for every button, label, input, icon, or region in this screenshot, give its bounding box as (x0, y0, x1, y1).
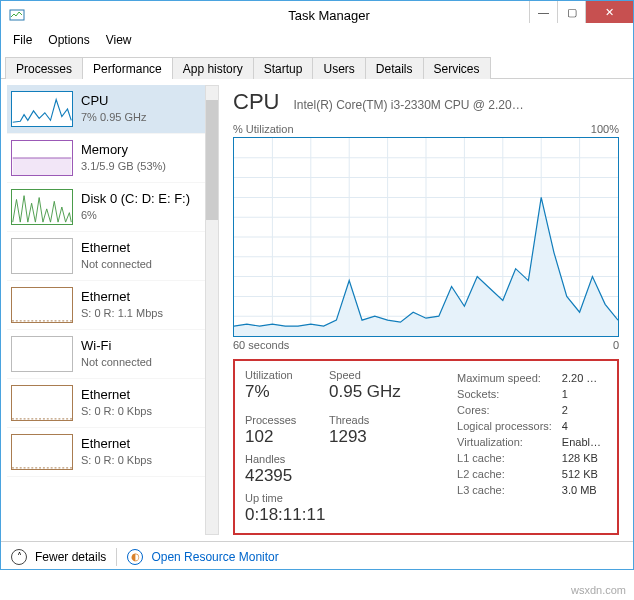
ethernet-thumb-icon (11, 385, 73, 421)
footer: ˄ Fewer details ◐ Open Resource Monitor (1, 541, 633, 571)
stats-box: Utilization 7% Speed 0.95 GHz Processes … (233, 359, 619, 535)
utilization-chart (233, 137, 619, 337)
sidebar-memory-sub: 3.1/5.9 GB (53%) (81, 159, 166, 173)
logical-value: 4 (558, 419, 605, 433)
handles-value: 42395 (245, 466, 311, 486)
l2-label: L2 cache: (453, 467, 556, 481)
watermark: wsxdn.com (571, 584, 626, 596)
menu-view[interactable]: View (98, 31, 140, 49)
logical-label: Logical processors: (453, 419, 556, 433)
maxspeed-value: 2.20 … (558, 371, 605, 385)
sidebar-item-cpu[interactable]: CPU 7% 0.95 GHz (7, 85, 219, 134)
l3-value: 3.0 MB (558, 483, 605, 497)
chart-bottom-labels: 60 seconds 0 (233, 339, 619, 351)
sidebar-eth0-title: Ethernet (81, 240, 152, 257)
processes-value: 102 (245, 427, 311, 447)
sidebar-eth3-sub: S: 0 R: 0 Kbps (81, 453, 152, 467)
uptime-value: 0:18:11:11 (245, 505, 431, 525)
sidebar-disk-sub: 6% (81, 208, 190, 222)
open-resource-monitor-link[interactable]: Open Resource Monitor (151, 550, 278, 564)
sidebar-cpu-title: CPU (81, 93, 146, 110)
sidebar-item-ethernet-2[interactable]: Ethernet S: 0 R: 0 Kbps (7, 379, 219, 428)
utilization-value: 7% (245, 382, 311, 402)
tab-services[interactable]: Services (423, 57, 491, 79)
l1-value: 128 KB (558, 451, 605, 465)
minimize-button[interactable]: — (529, 1, 557, 23)
uptime-label: Up time (245, 492, 431, 504)
app-icon (9, 7, 25, 23)
cpu-model: Intel(R) Core(TM) i3-2330M CPU @ 2.20… (293, 98, 619, 112)
processes-label: Processes (245, 414, 311, 426)
sidebar-disk-title: Disk 0 (C: D: E: F:) (81, 191, 190, 208)
sidebar-item-ethernet-1[interactable]: Ethernet S: 0 R: 1.1 Mbps (7, 281, 219, 330)
menu-file[interactable]: File (5, 31, 40, 49)
disk-thumb-icon (11, 189, 73, 225)
menu-options[interactable]: Options (40, 31, 97, 49)
page-title: CPU (233, 89, 279, 115)
window-buttons: — ▢ ✕ (529, 1, 633, 23)
stats-right: Maximum speed:2.20 … Sockets:1 Cores:2 L… (451, 369, 607, 525)
main-panel: CPU Intel(R) Core(TM) i3-2330M CPU @ 2.2… (219, 79, 633, 541)
speed-value: 0.95 GHz (329, 382, 419, 402)
sidebar-item-memory[interactable]: Memory 3.1/5.9 GB (53%) (7, 134, 219, 183)
ethernet-thumb-icon (11, 238, 73, 274)
threads-label: Threads (329, 414, 395, 426)
resource-monitor-icon[interactable]: ◐ (127, 549, 143, 565)
sidebar-item-ethernet-3[interactable]: Ethernet S: 0 R: 0 Kbps (7, 428, 219, 477)
virt-label: Virtualization: (453, 435, 556, 449)
sidebar-wifi-sub: Not connected (81, 355, 152, 369)
content-area: CPU 7% 0.95 GHz Memory 3.1/5.9 GB (53%) (1, 79, 633, 541)
sidebar-eth2-title: Ethernet (81, 387, 152, 404)
task-manager-window: Task Manager — ▢ ✕ File Options View Pro… (0, 0, 634, 570)
l1-label: L1 cache: (453, 451, 556, 465)
maximize-button[interactable]: ▢ (557, 1, 585, 23)
ethernet-thumb-icon (11, 287, 73, 323)
sidebar-item-disk[interactable]: Disk 0 (C: D: E: F:) 6% (7, 183, 219, 232)
chart-top-labels: % Utilization 100% (233, 123, 619, 135)
close-button[interactable]: ✕ (585, 1, 633, 23)
tab-startup[interactable]: Startup (253, 57, 314, 79)
chart-ymax: 100% (591, 123, 619, 135)
sockets-value: 1 (558, 387, 605, 401)
menu-bar: File Options View (1, 29, 633, 51)
tab-users[interactable]: Users (312, 57, 365, 79)
sockets-label: Sockets: (453, 387, 556, 401)
divider (116, 548, 117, 566)
sidebar-memory-title: Memory (81, 142, 166, 159)
sidebar-scrollbar[interactable] (205, 85, 219, 535)
cores-label: Cores: (453, 403, 556, 417)
virt-value: Enabl… (558, 435, 605, 449)
fewer-details-button[interactable]: Fewer details (35, 550, 106, 564)
main-header: CPU Intel(R) Core(TM) i3-2330M CPU @ 2.2… (233, 89, 619, 115)
chart-xmax: 0 (613, 339, 619, 351)
cpu-thumb-icon (11, 91, 73, 127)
handles-label: Handles (245, 453, 311, 465)
tab-processes[interactable]: Processes (5, 57, 83, 79)
tab-bar: Processes Performance App history Startu… (1, 53, 633, 79)
threads-value: 1293 (329, 427, 395, 447)
sidebar-eth0-sub: Not connected (81, 257, 152, 271)
speed-label: Speed (329, 369, 419, 381)
ethernet-thumb-icon (11, 434, 73, 470)
sidebar-item-ethernet-0[interactable]: Ethernet Not connected (7, 232, 219, 281)
sidebar-item-wifi[interactable]: Wi-Fi Not connected (7, 330, 219, 379)
tab-details[interactable]: Details (365, 57, 424, 79)
wifi-thumb-icon (11, 336, 73, 372)
sidebar-eth1-title: Ethernet (81, 289, 163, 306)
titlebar: Task Manager — ▢ ✕ (1, 1, 633, 29)
chevron-up-icon[interactable]: ˄ (11, 549, 27, 565)
l3-label: L3 cache: (453, 483, 556, 497)
svg-rect-1 (13, 158, 72, 175)
cores-value: 2 (558, 403, 605, 417)
stats-left: Utilization 7% Speed 0.95 GHz Processes … (245, 369, 431, 525)
tab-performance[interactable]: Performance (82, 57, 173, 79)
sidebar-cpu-sub: 7% 0.95 GHz (81, 110, 146, 124)
l2-value: 512 KB (558, 467, 605, 481)
resource-sidebar: CPU 7% 0.95 GHz Memory 3.1/5.9 GB (53%) (1, 79, 219, 541)
maxspeed-label: Maximum speed: (453, 371, 556, 385)
chart-ylabel: % Utilization (233, 123, 294, 135)
sidebar-eth2-sub: S: 0 R: 0 Kbps (81, 404, 152, 418)
chart-xmin: 60 seconds (233, 339, 289, 351)
tab-app-history[interactable]: App history (172, 57, 254, 79)
sidebar-eth3-title: Ethernet (81, 436, 152, 453)
